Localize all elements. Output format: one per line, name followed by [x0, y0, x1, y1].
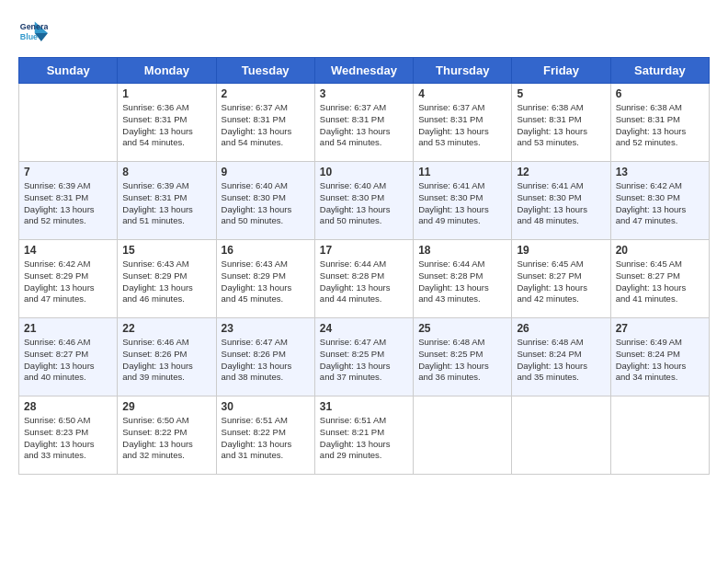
calendar-cell: 12Sunrise: 6:41 AM Sunset: 8:30 PM Dayli…	[512, 162, 610, 240]
calendar-cell: 6Sunrise: 6:38 AM Sunset: 8:31 PM Daylig…	[610, 84, 709, 162]
calendar-week-row: 14Sunrise: 6:42 AM Sunset: 8:29 PM Dayli…	[19, 240, 710, 318]
day-number: 25	[418, 322, 506, 335]
weekday-header: Tuesday	[216, 58, 314, 84]
calendar-table: SundayMondayTuesdayWednesdayThursdayFrid…	[18, 57, 710, 475]
day-number: 29	[122, 400, 210, 413]
calendar-cell: 18Sunrise: 6:44 AM Sunset: 8:28 PM Dayli…	[414, 240, 512, 318]
cell-content: Sunrise: 6:43 AM Sunset: 8:29 PM Dayligh…	[122, 259, 210, 305]
day-number: 12	[517, 166, 605, 178]
cell-content: Sunrise: 6:42 AM Sunset: 8:30 PM Dayligh…	[616, 180, 704, 227]
calendar-cell: 31Sunrise: 6:51 AM Sunset: 8:21 PM Dayli…	[314, 396, 413, 475]
cell-content: Sunrise: 6:51 AM Sunset: 8:21 PM Dayligh…	[320, 415, 408, 462]
calendar-cell: 13Sunrise: 6:42 AM Sunset: 8:30 PM Dayli…	[610, 162, 709, 240]
cell-content: Sunrise: 6:49 AM Sunset: 8:24 PM Dayligh…	[616, 337, 704, 384]
day-number: 26	[517, 322, 605, 335]
weekday-header: Saturday	[610, 58, 709, 84]
day-number: 22	[122, 322, 210, 335]
cell-content: Sunrise: 6:41 AM Sunset: 8:30 PM Dayligh…	[517, 180, 605, 227]
calendar-week-row: 7Sunrise: 6:39 AM Sunset: 8:31 PM Daylig…	[19, 162, 710, 240]
page-header: General Blue	[18, 18, 710, 48]
svg-text:Blue: Blue	[20, 32, 38, 41]
cell-content: Sunrise: 6:46 AM Sunset: 8:27 PM Dayligh…	[24, 337, 112, 384]
calendar-cell: 30Sunrise: 6:51 AM Sunset: 8:22 PM Dayli…	[216, 396, 314, 475]
cell-content: Sunrise: 6:48 AM Sunset: 8:25 PM Dayligh…	[418, 337, 506, 384]
cell-content: Sunrise: 6:38 AM Sunset: 8:31 PM Dayligh…	[517, 102, 605, 149]
calendar-cell	[512, 396, 610, 475]
calendar-cell: 7Sunrise: 6:39 AM Sunset: 8:31 PM Daylig…	[19, 162, 118, 240]
logo: General Blue	[18, 18, 48, 48]
cell-content: Sunrise: 6:47 AM Sunset: 8:25 PM Dayligh…	[320, 337, 408, 384]
calendar-cell: 2Sunrise: 6:37 AM Sunset: 8:31 PM Daylig…	[216, 84, 314, 162]
cell-content: Sunrise: 6:39 AM Sunset: 8:31 PM Dayligh…	[24, 180, 112, 227]
day-number: 24	[320, 322, 408, 335]
calendar-cell: 8Sunrise: 6:39 AM Sunset: 8:31 PM Daylig…	[118, 162, 216, 240]
calendar-week-row: 21Sunrise: 6:46 AM Sunset: 8:27 PM Dayli…	[19, 318, 710, 396]
cell-content: Sunrise: 6:41 AM Sunset: 8:30 PM Dayligh…	[418, 180, 506, 227]
calendar-cell: 25Sunrise: 6:48 AM Sunset: 8:25 PM Dayli…	[414, 318, 512, 396]
day-number: 6	[616, 87, 704, 100]
day-number: 11	[418, 166, 506, 178]
cell-content: Sunrise: 6:43 AM Sunset: 8:29 PM Dayligh…	[222, 259, 310, 305]
svg-text:General: General	[20, 22, 48, 31]
calendar-cell: 22Sunrise: 6:46 AM Sunset: 8:26 PM Dayli…	[118, 318, 216, 396]
calendar-cell: 3Sunrise: 6:37 AM Sunset: 8:31 PM Daylig…	[314, 84, 413, 162]
cell-content: Sunrise: 6:46 AM Sunset: 8:26 PM Dayligh…	[122, 337, 210, 384]
calendar-cell: 27Sunrise: 6:49 AM Sunset: 8:24 PM Dayli…	[610, 318, 709, 396]
day-number: 14	[24, 244, 112, 257]
calendar-cell: 4Sunrise: 6:37 AM Sunset: 8:31 PM Daylig…	[414, 84, 512, 162]
calendar-cell	[610, 396, 709, 475]
weekday-header: Monday	[118, 58, 216, 84]
calendar-week-row: 1Sunrise: 6:36 AM Sunset: 8:31 PM Daylig…	[19, 84, 710, 162]
cell-content: Sunrise: 6:45 AM Sunset: 8:27 PM Dayligh…	[616, 259, 704, 305]
day-number: 21	[24, 322, 112, 335]
day-number: 15	[122, 244, 210, 257]
calendar-cell: 21Sunrise: 6:46 AM Sunset: 8:27 PM Dayli…	[19, 318, 118, 396]
calendar-cell: 10Sunrise: 6:40 AM Sunset: 8:30 PM Dayli…	[314, 162, 413, 240]
day-number: 7	[24, 166, 112, 178]
cell-content: Sunrise: 6:50 AM Sunset: 8:23 PM Dayligh…	[24, 415, 112, 462]
weekday-header: Wednesday	[314, 58, 413, 84]
weekday-header: Sunday	[19, 58, 118, 84]
day-number: 23	[222, 322, 310, 335]
day-number: 10	[320, 166, 408, 178]
calendar-cell: 11Sunrise: 6:41 AM Sunset: 8:30 PM Dayli…	[414, 162, 512, 240]
cell-content: Sunrise: 6:36 AM Sunset: 8:31 PM Dayligh…	[122, 102, 210, 149]
cell-content: Sunrise: 6:45 AM Sunset: 8:27 PM Dayligh…	[517, 259, 605, 305]
day-number: 3	[320, 87, 408, 100]
day-number: 9	[222, 166, 310, 178]
day-number: 17	[320, 244, 408, 257]
calendar-cell: 5Sunrise: 6:38 AM Sunset: 8:31 PM Daylig…	[512, 84, 610, 162]
day-number: 18	[418, 244, 506, 257]
calendar-cell: 29Sunrise: 6:50 AM Sunset: 8:22 PM Dayli…	[118, 396, 216, 475]
calendar-cell: 20Sunrise: 6:45 AM Sunset: 8:27 PM Dayli…	[610, 240, 709, 318]
cell-content: Sunrise: 6:37 AM Sunset: 8:31 PM Dayligh…	[222, 102, 310, 149]
cell-content: Sunrise: 6:44 AM Sunset: 8:28 PM Dayligh…	[418, 259, 506, 305]
cell-content: Sunrise: 6:39 AM Sunset: 8:31 PM Dayligh…	[122, 180, 210, 227]
calendar-cell	[414, 396, 512, 475]
day-number: 19	[517, 244, 605, 257]
logo-icon: General Blue	[18, 18, 48, 48]
calendar-week-row: 28Sunrise: 6:50 AM Sunset: 8:23 PM Dayli…	[19, 396, 710, 475]
weekday-header: Friday	[512, 58, 610, 84]
cell-content: Sunrise: 6:38 AM Sunset: 8:31 PM Dayligh…	[616, 102, 704, 149]
calendar-cell: 24Sunrise: 6:47 AM Sunset: 8:25 PM Dayli…	[314, 318, 413, 396]
cell-content: Sunrise: 6:48 AM Sunset: 8:24 PM Dayligh…	[517, 337, 605, 384]
cell-content: Sunrise: 6:50 AM Sunset: 8:22 PM Dayligh…	[122, 415, 210, 462]
day-number: 1	[122, 87, 210, 100]
calendar-cell	[19, 84, 118, 162]
cell-content: Sunrise: 6:47 AM Sunset: 8:26 PM Dayligh…	[222, 337, 310, 384]
day-number: 5	[517, 87, 605, 100]
day-number: 20	[616, 244, 704, 257]
day-number: 31	[320, 400, 408, 413]
calendar-cell: 1Sunrise: 6:36 AM Sunset: 8:31 PM Daylig…	[118, 84, 216, 162]
cell-content: Sunrise: 6:51 AM Sunset: 8:22 PM Dayligh…	[222, 415, 310, 462]
day-number: 13	[616, 166, 704, 178]
cell-content: Sunrise: 6:40 AM Sunset: 8:30 PM Dayligh…	[320, 180, 408, 227]
cell-content: Sunrise: 6:44 AM Sunset: 8:28 PM Dayligh…	[320, 259, 408, 305]
cell-content: Sunrise: 6:37 AM Sunset: 8:31 PM Dayligh…	[418, 102, 506, 149]
cell-content: Sunrise: 6:40 AM Sunset: 8:30 PM Dayligh…	[222, 180, 310, 227]
calendar-header-row: SundayMondayTuesdayWednesdayThursdayFrid…	[19, 58, 710, 84]
cell-content: Sunrise: 6:42 AM Sunset: 8:29 PM Dayligh…	[24, 259, 112, 305]
calendar-cell: 28Sunrise: 6:50 AM Sunset: 8:23 PM Dayli…	[19, 396, 118, 475]
day-number: 4	[418, 87, 506, 100]
